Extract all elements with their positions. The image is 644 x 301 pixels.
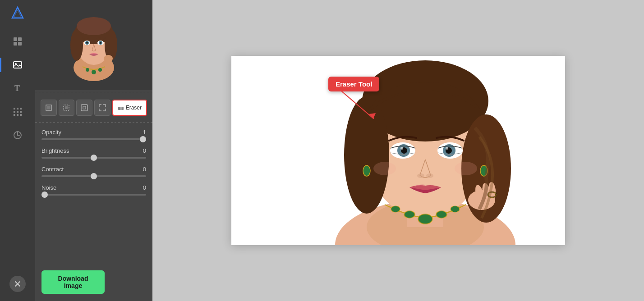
svg-point-73 — [451, 206, 460, 212]
divider-2 — [35, 122, 152, 123]
svg-rect-1 — [18, 37, 22, 41]
svg-rect-10 — [14, 111, 15, 113]
noise-slider-row: Noise 0 — [41, 184, 146, 196]
svg-point-64 — [426, 173, 433, 178]
eraser-tooltip-container: Eraser Tool — [328, 77, 391, 123]
noise-value: 0 — [143, 184, 146, 191]
svg-rect-42 — [83, 106, 86, 109]
svg-point-36 — [104, 55, 113, 62]
main-canvas: Eraser Tool — [152, 0, 644, 301]
svg-rect-9 — [20, 108, 22, 109]
eraser-tooltip-text: Eraser Tool — [336, 80, 372, 88]
tooltip-arrow-line — [337, 91, 391, 123]
main-image — [231, 56, 565, 245]
sidebar-item-grid[interactable] — [8, 32, 28, 51]
sidebar-item-image[interactable] — [8, 55, 28, 75]
contrast-slider-row: Contract 0 — [41, 166, 146, 177]
preview-image — [58, 9, 130, 81]
svg-rect-4 — [14, 62, 22, 68]
svg-point-29 — [86, 42, 88, 44]
svg-line-45 — [342, 91, 373, 119]
svg-rect-11 — [17, 111, 18, 113]
icon-sidebar: T — [0, 0, 35, 301]
eraser-button-label: Eraser — [126, 105, 142, 111]
opacity-slider-row: Opacity 1 — [41, 129, 146, 140]
svg-point-69 — [418, 214, 432, 224]
opacity-value: 1 — [143, 129, 146, 136]
svg-point-66 — [455, 162, 477, 175]
svg-rect-3 — [18, 42, 22, 46]
svg-point-58 — [400, 147, 403, 150]
svg-rect-41 — [81, 105, 87, 111]
download-section: Download Image — [35, 263, 152, 301]
close-button[interactable] — [9, 276, 26, 292]
svg-point-24 — [70, 29, 83, 61]
svg-point-62 — [446, 147, 448, 150]
eraser-button[interactable]: Eraser — [112, 100, 147, 116]
brightness-label: Brightness — [41, 147, 69, 154]
svg-point-67 — [363, 165, 370, 176]
brightness-slider-row: Brightness 0 — [41, 147, 146, 159]
sidebar-item-adjust[interactable] — [8, 125, 28, 145]
contrast-label: Contract — [41, 166, 64, 173]
tool-buttons-row: Eraser — [35, 96, 152, 119]
noise-slider[interactable] — [41, 194, 146, 196]
svg-point-34 — [86, 68, 89, 72]
opacity-label: Opacity — [41, 129, 61, 136]
svg-rect-7 — [14, 108, 15, 109]
canvas-frame[interactable] — [231, 56, 565, 245]
brightness-value: 0 — [143, 147, 146, 154]
svg-rect-14 — [17, 114, 18, 116]
svg-point-33 — [92, 70, 96, 74]
svg-rect-2 — [14, 42, 17, 46]
image-preview — [35, 0, 152, 90]
eraser-icon — [118, 105, 124, 111]
sidebar-item-text[interactable]: T — [8, 78, 28, 98]
svg-rect-40 — [65, 106, 68, 109]
frame-tool-button[interactable] — [76, 100, 92, 116]
sidebar-item-pattern[interactable] — [8, 102, 28, 122]
svg-point-35 — [98, 68, 102, 72]
logo-area[interactable] — [8, 5, 28, 24]
select-tool-button[interactable] — [59, 100, 75, 116]
svg-point-71 — [436, 211, 447, 218]
eraser-tooltip-box: Eraser Tool — [328, 77, 379, 91]
svg-point-63 — [417, 173, 424, 178]
svg-point-65 — [373, 162, 396, 175]
svg-rect-15 — [20, 114, 22, 116]
svg-rect-13 — [14, 114, 15, 116]
crop-tool-button[interactable] — [41, 100, 57, 116]
divider-1 — [35, 93, 152, 93]
svg-point-32 — [100, 42, 101, 44]
noise-label: Noise — [41, 184, 56, 191]
app-logo-icon — [9, 5, 26, 23]
sliders-section: Opacity 1 Brightness 0 Contract 0 Noise — [35, 125, 152, 199]
svg-point-70 — [404, 211, 415, 218]
svg-rect-38 — [47, 106, 51, 109]
tools-panel: Eraser Opacity 1 Brightness 0 Contract — [35, 0, 152, 301]
svg-point-72 — [391, 206, 400, 212]
opacity-slider[interactable] — [41, 138, 146, 140]
contrast-value: 0 — [143, 166, 146, 173]
brightness-slider[interactable] — [41, 157, 146, 159]
expand-tool-button[interactable] — [94, 100, 110, 116]
download-button[interactable]: Download Image — [41, 270, 105, 294]
svg-rect-12 — [20, 111, 22, 113]
svg-rect-44 — [120, 107, 122, 110]
svg-rect-8 — [17, 108, 18, 109]
svg-point-26 — [77, 17, 111, 35]
svg-text:T: T — [14, 84, 20, 93]
contrast-slider[interactable] — [41, 175, 146, 177]
svg-rect-0 — [14, 37, 17, 41]
